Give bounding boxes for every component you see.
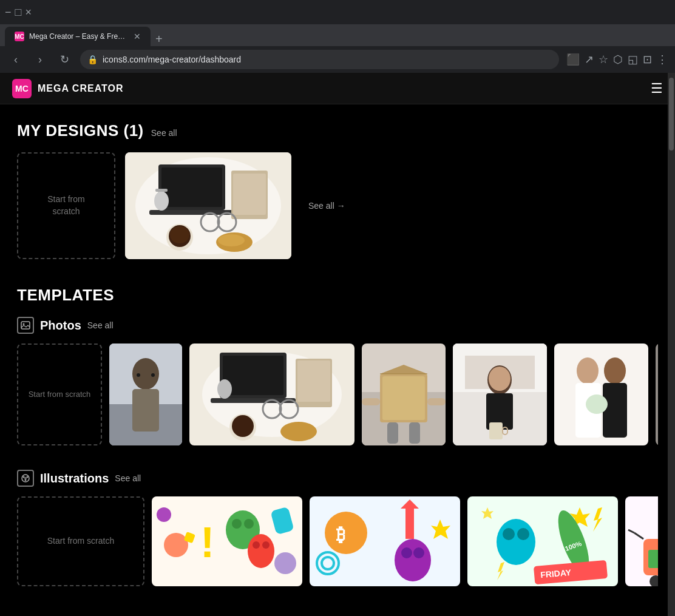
photo-desk-svg: [189, 344, 354, 445]
svg-point-83: [274, 552, 296, 574]
photos-row: Start from scratch: [17, 344, 658, 445]
new-tab-button[interactable]: +: [155, 32, 163, 46]
photos-see-all[interactable]: See all: [87, 320, 114, 330]
my-designs-scratch-card[interactable]: Start fromscratch: [17, 152, 115, 259]
photos-title: Photos: [40, 319, 81, 333]
svg-rect-6: [233, 174, 266, 215]
svg-point-78: [248, 534, 274, 568]
forward-button[interactable]: ›: [32, 51, 49, 68]
tab-title: Mega Creator – Easy & Free O...: [29, 32, 129, 41]
app-logo: MC MEGA CREATOR: [12, 79, 123, 98]
svg-rect-47: [427, 398, 446, 405]
my-designs-see-all[interactable]: See all: [151, 128, 177, 138]
svg-point-80: [262, 541, 270, 549]
my-designs-title: MY DESIGNS (1): [17, 121, 144, 140]
svg-point-39: [217, 379, 232, 399]
image-icon: [21, 320, 30, 330]
svg-point-62: [604, 357, 626, 384]
svg-rect-48: [387, 422, 398, 444]
illustrations-title: Illustrations: [40, 472, 109, 486]
workspace: MC MEGA CREATOR ☰ MY DESIGNS (1) See all…: [0, 73, 675, 616]
maximize-button[interactable]: □: [15, 6, 22, 19]
illustration-card-3[interactable]: 100% FRIDAY: [467, 496, 618, 586]
cast-button[interactable]: ⊡: [643, 53, 652, 66]
svg-point-97: [503, 528, 515, 540]
hamburger-menu-button[interactable]: ☰: [651, 81, 663, 96]
photo-card-wedding[interactable]: [554, 344, 648, 445]
illustration-card-4[interactable]: ✓: [625, 496, 658, 586]
my-designs-see-all-arrow[interactable]: See all →: [308, 201, 345, 211]
svg-point-90: [401, 547, 412, 558]
photo-kitchen-svg: [453, 344, 547, 445]
profile-button[interactable]: ◱: [628, 53, 638, 66]
photo-card-man[interactable]: [109, 344, 182, 445]
svg-rect-29: [223, 356, 283, 395]
svg-point-24: [137, 373, 140, 377]
bookmark-button[interactable]: ☆: [599, 53, 608, 66]
window-controls: − □ ×: [5, 6, 92, 19]
photo-card-kitchen[interactable]: [453, 344, 547, 445]
title-bar: − □ ×: [0, 0, 675, 24]
svg-rect-63: [603, 383, 627, 438]
svg-point-85: [325, 512, 367, 554]
svg-point-56: [489, 367, 510, 391]
svg-point-89: [395, 539, 431, 581]
photo-box-svg: [362, 344, 446, 445]
app-header: MC MEGA CREATOR ☰: [0, 73, 675, 104]
close-button[interactable]: ×: [25, 6, 32, 19]
back-button[interactable]: ‹: [7, 51, 24, 68]
screenshot-button[interactable]: ⬛: [566, 53, 580, 66]
svg-point-76: [164, 533, 188, 557]
svg-rect-115: [648, 550, 658, 568]
photo-card-box[interactable]: [362, 344, 446, 445]
illustration-card-2[interactable]: ₿: [310, 496, 460, 586]
my-designs-thumb[interactable]: [125, 152, 291, 259]
tab-favicon: MC: [15, 32, 24, 41]
active-tab[interactable]: MC Mega Creator – Easy & Free O... ✕: [5, 27, 151, 46]
illustration-card-1[interactable]: !: [152, 496, 302, 586]
illustrations-scratch-card[interactable]: Start from scratch: [17, 496, 144, 586]
photo-man-svg: [109, 344, 182, 445]
menu-button[interactable]: ⋮: [657, 53, 668, 66]
svg-point-18: [23, 323, 25, 325]
my-designs-row: Start fromscratch: [17, 152, 658, 259]
svg-rect-17: [21, 322, 30, 329]
svg-rect-46: [362, 398, 380, 405]
my-designs-photo: [125, 152, 291, 259]
extensions-button[interactable]: ⬡: [613, 53, 623, 66]
svg-point-74: [232, 519, 242, 529]
svg-point-11: [218, 234, 245, 246]
svg-point-22: [132, 358, 159, 390]
lock-icon: 🔒: [87, 55, 98, 64]
illustration-1-svg: !: [152, 496, 302, 586]
photo-wedding-svg: [554, 344, 648, 445]
photos-header: Photos See all: [17, 317, 658, 334]
my-designs-photo-svg: [125, 152, 291, 259]
svg-point-68: [27, 476, 29, 478]
palette-icon: [21, 473, 30, 483]
svg-rect-3: [161, 168, 222, 207]
browser-actions: ⬛ ↗ ☆ ⬡ ◱ ⊡ ⋮: [566, 53, 668, 66]
reload-button[interactable]: ↻: [56, 51, 73, 68]
svg-point-67: [23, 476, 25, 478]
photos-scratch-card[interactable]: Start from scratch: [17, 344, 102, 445]
svg-text:₿: ₿: [336, 524, 345, 544]
svg-rect-57: [489, 422, 503, 439]
photo-card-desk[interactable]: [189, 344, 354, 445]
address-bar[interactable]: 🔒 icons8.com/mega-creator/dashboard: [80, 50, 559, 69]
svg-rect-32: [297, 360, 330, 402]
browser-chrome: − □ × MC Mega Creator – Easy & Free O...…: [0, 0, 675, 73]
minimize-button[interactable]: −: [5, 6, 12, 19]
svg-point-35: [280, 422, 317, 441]
illustrations-see-all[interactable]: See all: [115, 473, 141, 483]
tab-bar: MC Mega Creator – Easy & Free O... ✕ +: [0, 24, 675, 46]
svg-point-9: [170, 226, 189, 243]
svg-text:!: !: [200, 519, 214, 566]
tab-close-button[interactable]: ✕: [134, 32, 141, 41]
my-designs-header: MY DESIGNS (1) See all: [17, 121, 658, 140]
share-button[interactable]: ↗: [585, 53, 594, 66]
svg-rect-49: [409, 422, 420, 444]
photos-icon: [17, 317, 34, 334]
templates-section: TEMPLATES Photos See all: [17, 286, 658, 586]
scrollbar-thumb[interactable]: [669, 78, 674, 151]
